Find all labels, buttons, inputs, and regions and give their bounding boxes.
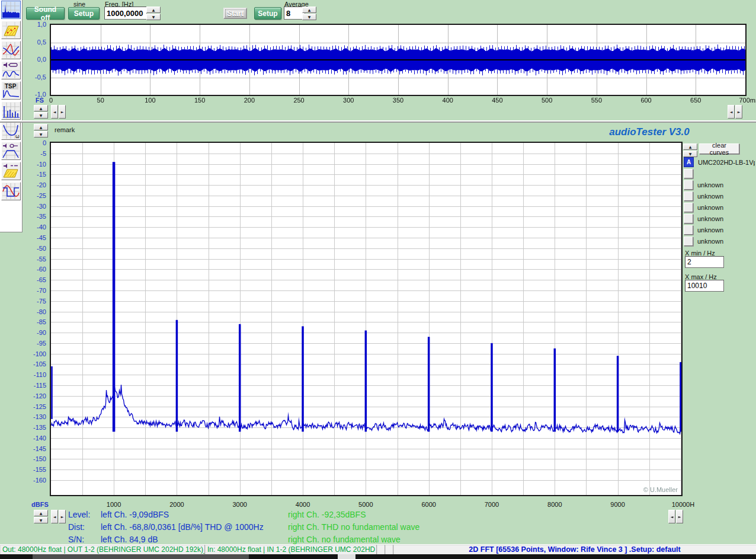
freq-spin-down-button[interactable]: ▼ bbox=[146, 14, 161, 20]
axis-tick-label: -80 bbox=[28, 308, 46, 315]
wave-scale-up-button[interactable]: ▲ bbox=[34, 105, 48, 111]
fft-scale-spinner: ▲ ▼ bbox=[34, 510, 48, 523]
axis-tick-label: -115 bbox=[28, 382, 46, 389]
speaker-mic-icon[interactable] bbox=[1, 142, 21, 160]
axis-tick-label: -120 bbox=[28, 392, 46, 400]
xmax-input[interactable]: 10010 bbox=[685, 280, 724, 292]
sn-label: S/N: bbox=[68, 535, 84, 544]
fft-spectrum-icon[interactable] bbox=[1, 1, 21, 19]
decay-omega-icon[interactable]: ω bbox=[1, 122, 21, 140]
legend-row: unknown bbox=[684, 190, 755, 202]
axis-tick-label: -85 bbox=[28, 318, 46, 325]
wave-scroll-right-button2[interactable]: ► bbox=[735, 105, 742, 119]
axis-tick-label: -15 bbox=[28, 171, 46, 178]
legend-checkbox[interactable] bbox=[684, 237, 693, 246]
waterfall-3d-icon[interactable] bbox=[1, 21, 21, 39]
fft-scroll-right-button2[interactable]: ► bbox=[676, 510, 683, 523]
remark-spin-up-button[interactable]: ▲ bbox=[34, 124, 48, 130]
axis-tick-label: 600 bbox=[632, 97, 661, 104]
axis-tick-label: -110 bbox=[28, 371, 46, 378]
axis-tick-label: -5 bbox=[28, 150, 46, 157]
wave-scroll-right-button[interactable]: ► bbox=[59, 105, 66, 119]
wave-scroll-left-button[interactable]: ◄ bbox=[51, 105, 58, 119]
tsp-icon[interactable]: TSP bbox=[1, 81, 21, 100]
wave-scroll-left-button2[interactable]: ◄ bbox=[728, 105, 735, 119]
legend-row: AUMC202HD-LB-1Vp bbox=[684, 156, 755, 168]
remark-spin-down-button[interactable]: ▼ bbox=[34, 131, 48, 138]
copyright-note: © U.Mueller bbox=[643, 486, 678, 493]
fft-chart-canvas bbox=[51, 143, 681, 495]
axis-tick-label: -90 bbox=[28, 329, 46, 336]
legend-list: AUMC202HD-LB-1Vpunknownunknownunknownunk… bbox=[684, 156, 755, 247]
axis-tick-label: -25 bbox=[28, 192, 46, 199]
axis-tick-label: 450 bbox=[483, 97, 511, 104]
axis-tick-label: 1,0 bbox=[28, 21, 46, 28]
level-label: Level: bbox=[68, 510, 90, 519]
fft-scroll-left-button[interactable]: ◄ bbox=[51, 510, 58, 523]
fft-scroll-right-button[interactable]: ► bbox=[59, 510, 66, 523]
legend-row: unknown bbox=[684, 179, 755, 190]
axis-tick-label: -95 bbox=[28, 340, 46, 347]
fs-axis-label: FS bbox=[36, 97, 44, 104]
dist-right-value: right Ch. THD no fundamental wave bbox=[288, 522, 419, 532]
axis-tick-label: -70 bbox=[28, 287, 46, 294]
sound-off-button[interactable]: Sound off bbox=[26, 7, 65, 20]
impedance-icon[interactable] bbox=[1, 61, 21, 79]
axis-tick-label: -65 bbox=[28, 276, 46, 283]
level-right-value: right Ch. -92,35dBFS bbox=[288, 510, 366, 519]
dist-left-value: left Ch. -68,8/0,0361 [dB/%] THD @ 1000H… bbox=[101, 522, 264, 532]
freq-input[interactable]: 1000,0000 bbox=[104, 7, 147, 20]
axis-tick-label: -105 bbox=[28, 360, 46, 368]
freq-spinner: ▲ ▼ bbox=[146, 7, 161, 20]
remark-label: remark bbox=[55, 126, 75, 133]
distortion-spectrum-icon[interactable] bbox=[1, 101, 21, 120]
fft-plot: © U.Mueller bbox=[50, 142, 683, 496]
legend-checkbox[interactable] bbox=[684, 214, 693, 223]
legend-checkbox[interactable] bbox=[684, 180, 693, 190]
start-button[interactable]: Start bbox=[223, 8, 247, 19]
xmin-input[interactable]: 2 bbox=[685, 256, 724, 268]
legend-spin-up-button[interactable]: ▲ bbox=[683, 143, 697, 150]
legend-row: unknown bbox=[684, 224, 755, 235]
average-spin-down-button[interactable]: ▼ bbox=[302, 14, 316, 20]
dist-label: Dist: bbox=[68, 522, 85, 532]
legend-curve-label: unknown bbox=[697, 226, 723, 234]
frequency-response-icon[interactable] bbox=[1, 41, 21, 59]
status-input-device: In: 48000Hz float | IN 1-2 (BEHRINGER UM… bbox=[205, 545, 377, 554]
axis-tick-label: 8000 bbox=[540, 501, 569, 508]
level-left-value: left Ch. -9,09dBFS bbox=[101, 510, 169, 519]
legend-checkbox[interactable] bbox=[684, 225, 693, 235]
legend-checkbox[interactable] bbox=[684, 191, 693, 201]
status-output-device: Out: 48000Hz float | OUT 1-2 (BEHRINGER … bbox=[0, 545, 205, 554]
legend-row bbox=[684, 168, 755, 179]
analyzer-setup-button[interactable]: Setup bbox=[254, 7, 281, 20]
app-title: audioTester V3.0 bbox=[590, 126, 709, 138]
status-bar: Out: 48000Hz float | OUT 1-2 (BEHRINGER … bbox=[0, 544, 756, 554]
clear-curves-button[interactable]: clear curves bbox=[699, 143, 739, 154]
sn-left-value: left Ch. 84,9 dB bbox=[101, 535, 158, 544]
generator-setup-button[interactable]: Setup bbox=[68, 7, 100, 20]
axis-tick-label: 350 bbox=[384, 97, 412, 104]
axis-tick-label: -145 bbox=[28, 445, 46, 452]
average-spin-up-button[interactable]: ▲ bbox=[302, 7, 316, 13]
sn-right-value: right Ch. no fundamental wave bbox=[288, 535, 401, 544]
svg-text:TSP: TSP bbox=[5, 83, 17, 90]
fft-scroll-right-pair: ◄ ► bbox=[668, 510, 683, 523]
wave-scale-down-button[interactable]: ▼ bbox=[34, 112, 48, 119]
axis-tick-label: -40 bbox=[28, 223, 46, 231]
legend-checkbox[interactable] bbox=[684, 203, 693, 212]
square-wave-icon[interactable] bbox=[1, 182, 21, 200]
axis-tick-label: -30 bbox=[28, 203, 46, 210]
fft-scale-up-button[interactable]: ▲ bbox=[34, 510, 48, 516]
axis-tick-label: 50 bbox=[87, 97, 115, 104]
dbfs-axis-label: dBFS bbox=[31, 501, 49, 508]
fft-scale-down-button[interactable]: ▼ bbox=[34, 517, 48, 523]
legend-checkbox[interactable] bbox=[684, 169, 693, 178]
freq-spin-up-button[interactable]: ▲ bbox=[146, 7, 161, 13]
legend-curve-key[interactable]: A bbox=[684, 157, 694, 167]
tool-sidebar: TSP ω bbox=[0, 0, 23, 232]
axis-tick-label: -0,5 bbox=[28, 74, 46, 81]
fft-scroll-left-button2[interactable]: ◄ bbox=[668, 510, 675, 523]
waveform-chart-canvas bbox=[51, 25, 745, 95]
speaker-waterfall-icon[interactable] bbox=[1, 162, 21, 180]
